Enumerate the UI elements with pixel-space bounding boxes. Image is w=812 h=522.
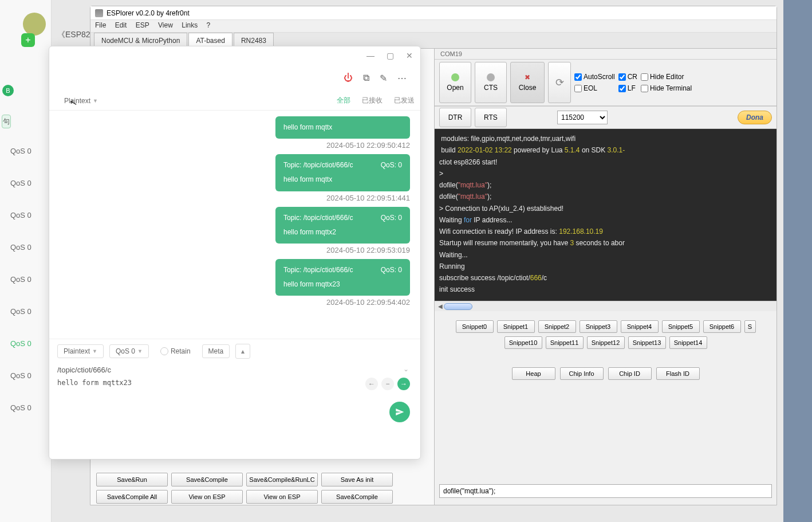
save-run-button[interactable]: Save&Run — [96, 473, 168, 486]
qos-item[interactable]: QoS 0 — [10, 178, 31, 210]
autoscroll-check[interactable]: AutoScroll — [574, 73, 615, 81]
flash-id-button[interactable]: Flash ID — [656, 367, 700, 380]
tab-received[interactable]: 已接收 — [362, 96, 383, 105]
command-input[interactable] — [439, 484, 772, 498]
hide-editor-check[interactable]: Hide Editor — [641, 73, 692, 81]
qos-list: QoS 0 QoS 0 QoS 0 QoS 0 QoS 0 QoS 0 QoS … — [10, 146, 31, 434]
donate-button[interactable]: Dona — [738, 111, 772, 124]
terminal-scrollbar[interactable]: ◀ — [435, 301, 776, 311]
save-compile-button[interactable]: Save&Compile — [171, 473, 243, 486]
snippet-button[interactable]: S — [744, 320, 756, 333]
message-content: hello form mqttx23 — [283, 279, 402, 290]
rts-button[interactable]: RTS — [475, 108, 507, 127]
terminal-output[interactable]: modules: file,gpio,mqtt,net,node,tmr,uar… — [435, 129, 776, 301]
chip-id-button[interactable]: Chip ID — [608, 367, 652, 380]
save-compile-button-2[interactable]: Save&Compile — [321, 490, 393, 504]
avatar[interactable] — [23, 13, 46, 36]
esplorer-titlebar[interactable]: ESPlorer v0.2.0 by 4refr0nt — [90, 6, 776, 20]
menubar: File Edit ESP View Links ? — [90, 20, 776, 33]
minimize-button[interactable]: — — [366, 51, 375, 60]
qos-item[interactable]: QoS 0 — [10, 370, 31, 402]
qos-item[interactable]: QoS 0 — [10, 146, 31, 178]
menu-edit[interactable]: Edit — [115, 21, 127, 29]
snippet-button[interactable]: Snippet13 — [628, 336, 666, 349]
mqttx-titlebar[interactable]: — ▢ ✕ — [49, 46, 420, 65]
compose-qos-select[interactable]: QoS 0▼ — [109, 344, 149, 358]
close-button[interactable]: ✖Close — [510, 62, 545, 103]
format-select[interactable]: Plaintext▼ — [60, 95, 103, 107]
dtr-button[interactable]: DTR — [439, 108, 471, 127]
snippet-button[interactable]: Snippet2 — [538, 320, 576, 333]
chevron-down-icon[interactable]: ⌄ — [403, 365, 409, 373]
qos-item[interactable]: QoS 0 — [10, 306, 31, 338]
chip-info-button[interactable]: Chip Info — [560, 367, 604, 380]
next-arrow[interactable]: → — [397, 378, 410, 390]
message-time: 2024-05-10 22:09:54:402 — [326, 298, 410, 307]
message: Topic: /topic/ctiot/666/cQoS: 0hello for… — [60, 259, 410, 307]
open-button[interactable]: Open — [439, 62, 471, 103]
eol-check[interactable]: EOL — [574, 84, 615, 92]
send-button[interactable] — [389, 402, 410, 422]
more-icon[interactable]: ⋯ — [397, 73, 407, 84]
view-on-esp-button[interactable]: View on ESP — [171, 490, 243, 504]
minus-button[interactable]: − — [381, 378, 394, 390]
heap-button[interactable]: Heap — [512, 367, 555, 380]
snippet-button[interactable]: Snippet12 — [587, 336, 625, 349]
add-connection-button[interactable]: + — [21, 33, 35, 47]
qos-item[interactable]: QoS 0 — [10, 210, 31, 242]
refresh-button[interactable]: ⟳ — [548, 62, 571, 103]
tab-sent[interactable]: 已发送 — [394, 96, 415, 105]
topic-input[interactable] — [57, 363, 412, 376]
save-as-init-button[interactable]: Save As init — [321, 473, 393, 486]
message-input[interactable] — [57, 376, 412, 389]
menu-help[interactable]: ? — [207, 21, 211, 29]
save-compile-all-button[interactable]: Save&Compile All — [96, 490, 168, 504]
retain-toggle[interactable]: Retain — [155, 345, 196, 358]
snippet-button[interactable]: Snippet4 — [621, 320, 659, 333]
chevron-down-icon: ▼ — [93, 98, 98, 104]
message-time: 2024-05-10 22:09:53:019 — [326, 246, 410, 254]
menu-links[interactable]: Links — [182, 21, 198, 29]
scrollbar-thumb[interactable] — [444, 303, 472, 310]
snippet-button[interactable]: Snippet10 — [504, 336, 542, 349]
refresh-icon: ⟳ — [555, 76, 564, 89]
tab-all[interactable]: 全部 — [337, 96, 350, 105]
qos-item[interactable]: QoS 0 — [10, 338, 31, 370]
message-icon[interactable]: ⧉ — [363, 73, 369, 83]
collapse-button[interactable]: ▴ — [235, 344, 250, 359]
maximize-button[interactable]: ▢ — [386, 51, 394, 60]
snippet-button[interactable]: Snippet0 — [456, 320, 494, 333]
snippet-button[interactable]: Snippet14 — [669, 336, 707, 349]
message-time: 2024-05-10 22:09:50:412 — [326, 141, 410, 150]
right-desktop-strip — [783, 0, 812, 522]
message: Topic: /topic/ctiot/666/cQoS: 0hello for… — [60, 154, 410, 202]
lang-button[interactable]: 句 — [2, 115, 11, 128]
disconnect-icon[interactable]: ⏻ — [344, 73, 353, 83]
snippet-button[interactable]: Snippet11 — [546, 336, 584, 349]
edit-icon[interactable]: ✎ — [380, 73, 387, 84]
snippet-button[interactable]: Snippet6 — [703, 320, 741, 333]
save-compile-runlc-button[interactable]: Save&Compile&RunLC — [246, 473, 318, 486]
menu-view[interactable]: View — [158, 21, 173, 29]
snippet-button[interactable]: Snippet3 — [580, 320, 617, 333]
cr-check[interactable]: CR — [618, 73, 637, 81]
message-list[interactable]: hello form mqttx 2024-05-10 22:09:50:412… — [49, 111, 420, 339]
esplorer-terminal-pane: COM19 Open CTS ✖Close ⟳ AutoScroll EOL C… — [434, 49, 776, 505]
meta-button[interactable]: Meta — [202, 344, 230, 358]
menu-esp[interactable]: ESP — [136, 21, 149, 29]
qos-item[interactable]: QoS 0 — [10, 274, 31, 306]
prev-arrow[interactable]: ← — [365, 378, 378, 390]
qos-item[interactable]: QoS 0 — [10, 242, 31, 274]
cts-button[interactable]: CTS — [475, 62, 507, 103]
compose-format-select[interactable]: Plaintext▼ — [57, 344, 104, 358]
qos-item[interactable]: QoS 0 — [10, 402, 31, 434]
menu-file[interactable]: File — [95, 21, 106, 29]
snippet-button[interactable]: Snippet5 — [662, 320, 700, 333]
close-button[interactable]: ✕ — [405, 51, 413, 60]
snippet-button[interactable]: Snippet1 — [497, 320, 535, 333]
compose-area: Plaintext▼ QoS 0▼ Retain Meta ▴ ⌄ ← − → — [49, 339, 420, 431]
view-on-esp-button-2[interactable]: View on ESP — [246, 490, 318, 504]
baud-select[interactable]: 115200 — [557, 111, 608, 124]
hide-terminal-check[interactable]: Hide Terminal — [641, 84, 692, 92]
lf-check[interactable]: LF — [618, 84, 637, 92]
